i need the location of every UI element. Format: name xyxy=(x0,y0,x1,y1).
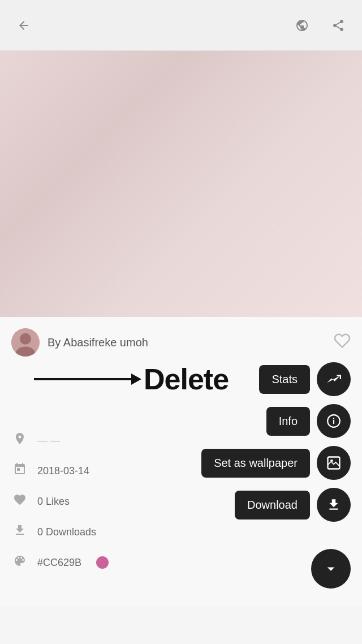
download-circle-icon xyxy=(326,497,341,512)
heart-icon xyxy=(11,493,28,510)
share-button[interactable] xyxy=(326,13,351,38)
color-swatch xyxy=(96,556,109,569)
globe-button[interactable] xyxy=(290,13,314,38)
chevron-down-button[interactable] xyxy=(311,549,351,589)
calendar-icon xyxy=(11,462,28,479)
info-circle-button[interactable] xyxy=(317,404,351,438)
download-action-row: Download xyxy=(235,488,351,522)
like-button[interactable] xyxy=(334,332,351,353)
bottom-chevron xyxy=(311,549,351,589)
date-value: 2018-03-14 xyxy=(37,465,89,477)
info-button[interactable]: Info xyxy=(266,407,310,436)
arrow-line xyxy=(34,378,136,380)
stats-circle-button[interactable] xyxy=(317,362,351,396)
svg-point-1 xyxy=(20,333,31,345)
location-icon xyxy=(11,432,28,449)
heart-icon-svg xyxy=(13,493,27,506)
color-row: #CC629B xyxy=(11,552,351,573)
author-name: By Abasifreke umoh xyxy=(48,336,148,349)
wallpaper-circle-button[interactable] xyxy=(317,446,351,480)
info-panel: By Abasifreke umoh Delete —— xyxy=(0,317,362,606)
globe-icon xyxy=(295,19,309,32)
top-bar xyxy=(0,0,362,51)
heart-outline-icon xyxy=(334,332,351,349)
color-hex: #CC629B xyxy=(37,557,81,569)
likes-value: 0 Likes xyxy=(37,496,70,508)
avatar xyxy=(11,328,40,357)
actions-column: Stats Info xyxy=(201,362,351,522)
info-icon xyxy=(326,414,341,428)
author-row: By Abasifreke umoh xyxy=(11,328,351,357)
calendar-icon-svg xyxy=(13,462,27,476)
info-action-row: Info xyxy=(266,404,351,438)
set-wallpaper-button[interactable]: Set as wallpaper xyxy=(201,449,310,478)
downloads-row: 0 Downloads xyxy=(11,522,351,542)
wallpaper-icon xyxy=(326,455,342,471)
download-icon-svg xyxy=(13,523,27,537)
back-icon xyxy=(17,19,31,32)
pin-icon xyxy=(13,432,27,445)
download-button[interactable]: Download xyxy=(235,491,310,520)
downloads-value: 0 Downloads xyxy=(37,526,96,538)
back-button[interactable] xyxy=(11,13,36,38)
share-icon xyxy=(331,19,345,32)
download-circle-button[interactable] xyxy=(317,488,351,522)
wallpaper-action-row: Set as wallpaper xyxy=(201,446,351,480)
location-value: —— xyxy=(37,435,62,446)
chevron-down-icon xyxy=(322,560,339,577)
stats-action-row: Stats xyxy=(259,362,351,396)
wallpaper-preview xyxy=(0,51,362,317)
trending-icon xyxy=(326,372,341,387)
stats-button[interactable]: Stats xyxy=(259,365,310,394)
palette-icon xyxy=(11,554,28,571)
avatar-image xyxy=(11,328,40,357)
palette-icon-svg xyxy=(13,554,27,568)
delete-annotation: Delete xyxy=(34,362,229,396)
download-icon xyxy=(11,523,28,540)
